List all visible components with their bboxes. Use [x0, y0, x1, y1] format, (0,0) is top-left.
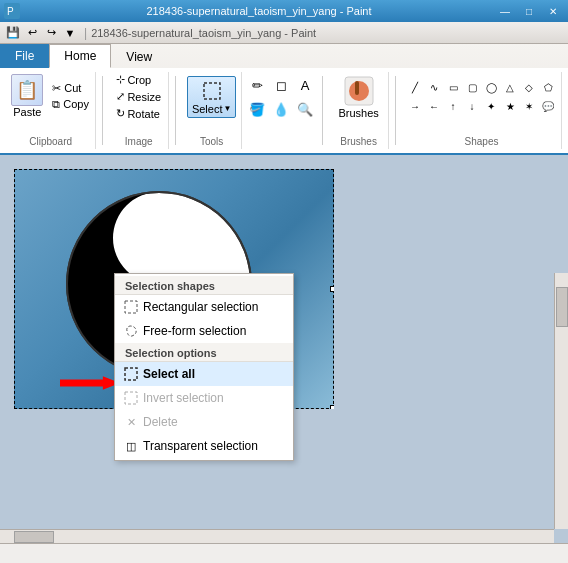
delete-icon: ✕ [123, 414, 139, 430]
scroll-thumb-h[interactable] [14, 531, 54, 543]
shape-ellipse[interactable]: ◯ [482, 78, 500, 96]
brushes-group-label: Brushes [340, 136, 377, 147]
clipboard-label: Clipboard [29, 136, 72, 147]
svg-rect-11 [125, 301, 137, 313]
scroll-thumb-v[interactable] [556, 287, 568, 327]
dropdown-menu: Selection shapes Rectangular selection F… [114, 273, 294, 461]
brushes-button[interactable]: Brushes [334, 73, 382, 121]
scissors-icon: ✂ [52, 82, 61, 95]
shape-curve[interactable]: ∿ [425, 78, 443, 96]
colorpick-tool[interactable]: 💧 [270, 98, 292, 120]
dropdown-arrow[interactable]: ▼ [61, 24, 79, 42]
paste-button[interactable]: 📋 Paste [9, 72, 45, 120]
shape-arrow-down[interactable]: ↓ [463, 97, 481, 115]
svg-point-7 [145, 223, 173, 251]
select-all-icon [123, 366, 139, 382]
image-group: ⊹ Crop ⤢ Resize ↻ Rotate Image [109, 72, 169, 149]
shape-triangle[interactable]: △ [501, 78, 519, 96]
sep1 [102, 76, 103, 145]
shape-star6[interactable]: ✶ [520, 97, 538, 115]
redo-button[interactable]: ↪ [42, 24, 60, 42]
app-icon: P [4, 3, 20, 19]
svg-rect-13 [125, 392, 137, 404]
svg-rect-12 [125, 368, 137, 380]
shape-rect[interactable]: ▭ [444, 78, 462, 96]
scrollbar-horizontal[interactable] [0, 529, 554, 543]
text-tool[interactable]: A [294, 74, 316, 96]
select-dropdown-button[interactable]: Select ▼ [187, 76, 237, 118]
sep4 [395, 76, 396, 145]
status-bar [0, 543, 568, 563]
shape-line[interactable]: ╱ [406, 78, 424, 96]
resize-icon: ⤢ [116, 90, 125, 103]
ribbon: File Home View 📋 Paste ✂ Cut [0, 44, 568, 155]
svg-marker-10 [60, 376, 120, 390]
ribbon-content: 📋 Paste ✂ Cut ⧉ Copy [0, 68, 568, 153]
rectangular-selection-icon [123, 299, 139, 315]
shape-star4[interactable]: ✦ [482, 97, 500, 115]
save-button[interactable]: 💾 [4, 24, 22, 42]
shape-arrow-left[interactable]: ← [425, 97, 443, 115]
menu-section-options: Selection options [115, 343, 293, 362]
tab-home[interactable]: Home [49, 44, 111, 68]
shapes-grid: ╱ ∿ ▭ ▢ ◯ △ ◇ ⬠ → ← ↑ ↓ ✦ [406, 78, 557, 115]
tools-row2: 🪣 💧 🔍 [246, 98, 316, 120]
menu-section-shapes: Selection shapes [115, 276, 293, 295]
copy-icon: ⧉ [52, 98, 60, 111]
shape-pentagon[interactable]: ⬠ [539, 78, 557, 96]
invert-selection-icon [123, 390, 139, 406]
freeform-selection-icon [123, 323, 139, 339]
sep3 [322, 76, 323, 145]
cut-button[interactable]: ✂ Cut [49, 81, 92, 96]
select-chevron: ▼ [223, 104, 231, 113]
shape-arrow-right[interactable]: → [406, 97, 424, 115]
paste-label: Paste [13, 106, 41, 118]
svg-rect-5 [355, 81, 359, 95]
undo-button[interactable]: ↩ [23, 24, 41, 42]
menu-item-rectangular[interactable]: Rectangular selection [115, 295, 293, 319]
window-title: 218436-supernatural_taoism_yin_yang - Pa… [24, 5, 494, 17]
tools-label: Tools [200, 136, 223, 147]
menu-item-delete: ✕ Delete [115, 410, 293, 434]
menu-item-invert: Invert selection [115, 386, 293, 410]
minimize-button[interactable]: — [494, 3, 516, 19]
zoom-tool[interactable]: 🔍 [294, 98, 316, 120]
transparent-icon: ◫ [123, 438, 139, 454]
pencil-tool[interactable]: ✏ [246, 74, 268, 96]
menu-item-select-all[interactable]: Select all [115, 362, 293, 386]
scrollbar-vertical[interactable] [554, 273, 568, 529]
svg-rect-2 [204, 83, 220, 99]
shape-star5[interactable]: ★ [501, 97, 519, 115]
copy-button[interactable]: ⧉ Copy [49, 97, 92, 112]
tab-file[interactable]: File [0, 44, 49, 68]
brushes-label: Brushes [338, 107, 378, 119]
shape-roundrect[interactable]: ▢ [463, 78, 481, 96]
rotate-button[interactable]: ↻ Rotate [114, 106, 163, 121]
shape-callout[interactable]: 💬 [539, 97, 557, 115]
fill-tool[interactable]: 🪣 [246, 98, 268, 120]
maximize-button[interactable]: □ [518, 3, 540, 19]
crop-button[interactable]: ⊹ Crop [114, 72, 163, 87]
content-area: Selection shapes Rectangular selection F… [0, 155, 568, 563]
clipboard-group: 📋 Paste ✂ Cut ⧉ Copy [6, 72, 96, 149]
shape-diamond[interactable]: ◇ [520, 78, 538, 96]
tab-view[interactable]: View [111, 46, 167, 68]
resize-handle-rm[interactable] [330, 286, 334, 292]
menu-item-transparent[interactable]: ◫ Transparent selection [115, 434, 293, 458]
paste-icon: 📋 [11, 74, 43, 106]
close-button[interactable]: ✕ [542, 3, 564, 19]
svg-text:P: P [7, 6, 14, 17]
tools-row1: ✏ ◻ A [246, 74, 316, 96]
file-path-label: 218436-supernatural_taoism_yin_yang - Pa… [91, 27, 316, 39]
shape-arrow-up[interactable]: ↑ [444, 97, 462, 115]
tools-group: Select ▼ Tools [182, 72, 242, 149]
tool-buttons: ✏ ◻ A 🪣 💧 🔍 [246, 72, 316, 149]
main-layout: File Home View 📋 Paste ✂ Cut [0, 44, 568, 563]
menu-item-freeform[interactable]: Free-form selection [115, 319, 293, 343]
image-label: Image [125, 136, 153, 147]
eraser-tool[interactable]: ◻ [270, 74, 292, 96]
rotate-icon: ↻ [116, 107, 125, 120]
resize-button[interactable]: ⤢ Resize [114, 89, 163, 104]
resize-handle-br[interactable] [330, 405, 334, 409]
quick-access-toolbar: 💾 ↩ ↪ ▼ | 218436-supernatural_taoism_yin… [0, 22, 568, 44]
